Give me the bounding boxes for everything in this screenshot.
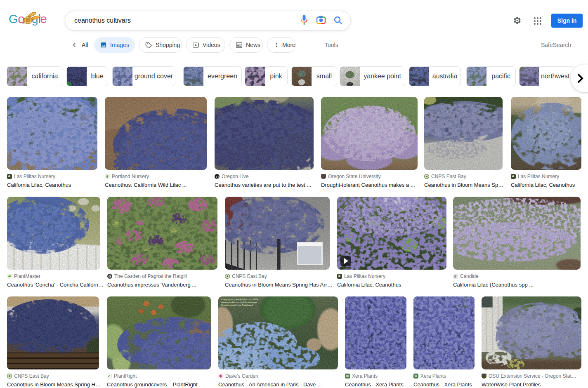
svg-text:o: o <box>18 12 25 26</box>
svg-text:G: G <box>9 12 18 26</box>
svg-text:e: e <box>40 12 47 26</box>
